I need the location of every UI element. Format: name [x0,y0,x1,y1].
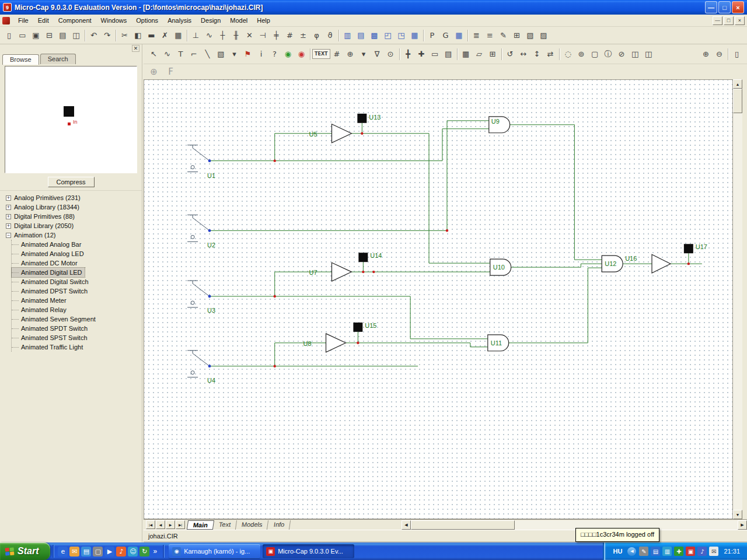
phase-node-mode[interactable]: φ [310,29,323,42]
ref-label-u16[interactable]: U16 [625,255,637,262]
switch-u4[interactable] [187,351,210,377]
fence-mode[interactable]: ╪ [270,29,283,42]
probe-p-button[interactable]: P [425,29,439,42]
tree-item-animated-traffic-light[interactable]: Animated Traffic Light [12,342,142,352]
menu-help[interactable]: Help [252,16,275,25]
menu-design[interactable]: Design [196,16,225,25]
explorer-icon[interactable]: ▢ [93,547,103,556]
globe-icon[interactable]: ⊕ [147,65,160,79]
graphics-mode[interactable]: ▧ [214,47,228,61]
ref-label-u14[interactable]: U14 [370,252,382,259]
copy[interactable]: ◧ [131,29,145,42]
menu-options[interactable]: Options [131,16,163,25]
tray-antivirus-icon[interactable]: ✚ [674,547,683,556]
page-tab-models[interactable]: Models [236,520,269,530]
grid-text-mode[interactable]: # [283,29,296,42]
tree-node-analog-primitives-231-[interactable]: +Analog Primitives (231) [4,193,142,202]
zoom-out[interactable]: ⊖ [713,47,726,61]
point-to-point-paths[interactable]: ◉ [295,47,308,61]
child-restore-button[interactable]: □ [724,16,734,25]
tree-node-digital-primitives-88-[interactable]: +Digital Primitives (88) [4,212,142,221]
ref-label-u4[interactable]: U4 [207,377,215,384]
tree-item-animated-relay[interactable]: Animated Relay [12,305,142,314]
copy-to-clipboard[interactable]: ◫ [629,47,642,61]
hide-icons-chevron[interactable]: ◀ [627,547,636,556]
desktop-icon[interactable]: ▤ [81,547,91,556]
tree-item-animated-spdt-switch[interactable]: Animated SPDT Switch [12,324,142,333]
paper-display[interactable]: ▱ [473,47,486,61]
ref-label-u2[interactable]: U2 [207,242,215,249]
cut[interactable]: ✂ [118,29,131,42]
messenger-icon[interactable]: ☺ [128,547,138,556]
menu-analysis[interactable]: Analysis [163,16,196,25]
child-close-button[interactable]: × [735,16,745,25]
point-to-end-paths[interactable]: ◉ [281,47,295,61]
cascade-windows[interactable]: ▩ [368,29,381,42]
switch-u2[interactable] [187,215,210,242]
cancel-circle[interactable]: ⊘ [615,47,629,61]
scroll-down-icon[interactable]: ▼ [733,510,742,519]
menu-file[interactable]: File [13,16,33,25]
scroll-right-icon[interactable]: ▶ [738,520,747,530]
task-microcap[interactable]: ▣Micro-Cap 9.0.3.0 Ev... [263,544,354,558]
expand-box-icon[interactable]: + [6,195,11,201]
horizontal-scroll-thumb[interactable] [411,520,515,530]
compress-button[interactable]: Compress [48,177,95,187]
schematic-canvas[interactable]: U1U2U3U4U5U7U8U9U10U11U12U13U14U15U16U17 [144,79,733,519]
info-circle[interactable]: ⓘ [602,47,615,61]
buffer-gates[interactable] [326,124,671,352]
wire-junction-mode[interactable]: ┼ [216,29,229,42]
close-button[interactable]: × [732,1,744,13]
expand-box-icon[interactable]: + [6,214,11,219]
attribute-display-2[interactable]: ▨ [537,29,550,42]
crossover-mode[interactable]: ╫ [229,29,243,42]
page-nav-prev[interactable]: ◀ [156,520,165,529]
tree-item-animated-digital-led[interactable]: Animated Digital LED [12,268,85,277]
ref-label-u10[interactable]: U10 [493,264,505,271]
menu-model[interactable]: Model [225,16,252,25]
window-grid[interactable]: ▦ [408,29,421,42]
monitor-window[interactable]: ▢ [588,47,602,61]
new-file[interactable]: ▯ [2,29,16,42]
border-display[interactable]: ▭ [428,47,442,61]
clock[interactable]: 21:31 [724,548,740,555]
ref-label-u7[interactable]: U7 [309,269,317,276]
probe-tip-mode[interactable]: ⊣ [256,29,270,42]
wire-network[interactable] [210,121,702,366]
menu-windows[interactable]: Windows [96,16,132,25]
child-minimize-button[interactable]: — [713,16,722,25]
page-sheet[interactable]: ▯ [730,47,743,61]
tree-node-animation-12-[interactable]: −Animation (12) [4,230,142,240]
scroll-left-icon[interactable]: ◀ [402,520,411,530]
page-nav-last[interactable]: ▶| [176,520,185,529]
ground-mode[interactable]: ⊥ [189,29,203,42]
condition-display[interactable]: ⊙ [384,47,397,61]
scroll-up-icon[interactable]: ▲ [733,79,742,89]
ref-label-u17[interactable]: U17 [696,243,707,250]
wire-mode[interactable]: ⌐ [187,47,201,61]
model-list[interactable]: ≡ [483,29,497,42]
ref-label-u12[interactable]: U12 [605,260,616,267]
tab-browse[interactable]: Browse [2,54,39,65]
tree-item-animated-dc-motor[interactable]: Animated DC Motor [12,258,142,268]
flip-vertical[interactable]: ↕ [530,47,544,61]
page-nav-next[interactable]: ▶ [166,520,175,529]
mail-icon[interactable]: ✉ [69,547,79,556]
delete[interactable]: ✗ [158,29,172,42]
menu-component[interactable]: Component [54,16,96,25]
tree-item-animated-seven-segment[interactable]: Animated Seven Segment [12,314,142,324]
tile-horizontal[interactable]: ▤ [354,29,368,42]
polarity-mode[interactable]: ± [296,29,310,42]
split-window[interactable]: ◰ [381,29,395,42]
rotate-mode[interactable]: ↺ [504,47,517,61]
current-display[interactable]: ▾ [357,47,371,61]
tree-node-digital-library-2050-[interactable]: +Digital Library (2050) [4,221,142,230]
info-mode[interactable]: i [254,47,268,61]
tree-item-animated-analog-led[interactable]: Animated Analog LED [12,249,142,258]
tree-node-analog-library-18344-[interactable]: +Analog Library (18344) [4,202,142,212]
title-block[interactable]: ▤ [442,47,455,61]
expand-box-icon[interactable]: + [6,223,11,229]
cross-hair-cursor[interactable]: ✚ [415,47,428,61]
flip-horizontal[interactable]: ↔ [517,47,530,61]
node-numbers[interactable]: # [330,47,344,61]
